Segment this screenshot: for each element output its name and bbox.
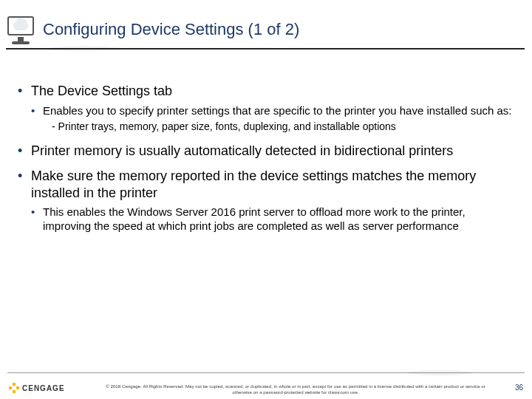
bullet-dash-options: Printer trays, memory, paper size, fonts… — [43, 120, 514, 134]
cengage-logo-text: CENGAGE — [22, 384, 65, 392]
title-row: Configuring Device Settings (1 of 2) — [0, 13, 532, 46]
bullet-text: Printer memory is usually automatically … — [31, 143, 453, 158]
slide-body: The Device Settings tab Enables you to s… — [18, 83, 514, 242]
bullet-text: Printer trays, memory, paper size, fonts… — [58, 120, 396, 132]
bullet-memory-match: Make sure the memory reported in the dev… — [18, 168, 514, 233]
slide: Configuring Device Settings (1 of 2) The… — [0, 0, 532, 399]
bullet-text: Enables you to specify printer settings … — [43, 104, 512, 117]
title-underline — [6, 48, 525, 50]
bullet-enables-specify: Enables you to specify printer settings … — [31, 104, 514, 134]
bullet-printer-memory-auto: Printer memory is usually automatically … — [18, 143, 514, 160]
footer-divider — [7, 372, 525, 373]
bullet-text: Make sure the memory reported in the dev… — [31, 168, 476, 200]
footer: CENGAGE © 2018 Cengage. All Rights Reser… — [0, 372, 532, 399]
cengage-logo: CENGAGE — [9, 383, 65, 393]
cengage-logo-mark-icon — [9, 383, 19, 393]
bullet-text: This enables the Windows Server 2016 pri… — [43, 205, 466, 232]
slide-title: Configuring Device Settings (1 of 2) — [43, 20, 299, 39]
bullet-offload-work: This enables the Windows Server 2016 pri… — [31, 205, 514, 233]
cloud-monitor-icon — [4, 13, 37, 46]
bullet-device-settings-tab: The Device Settings tab Enables you to s… — [18, 83, 514, 134]
copyright-text: © 2018 Cengage. All Rights Reserved. May… — [103, 383, 488, 395]
bullet-text: The Device Settings tab — [31, 83, 172, 98]
page-number: 36 — [515, 383, 523, 392]
